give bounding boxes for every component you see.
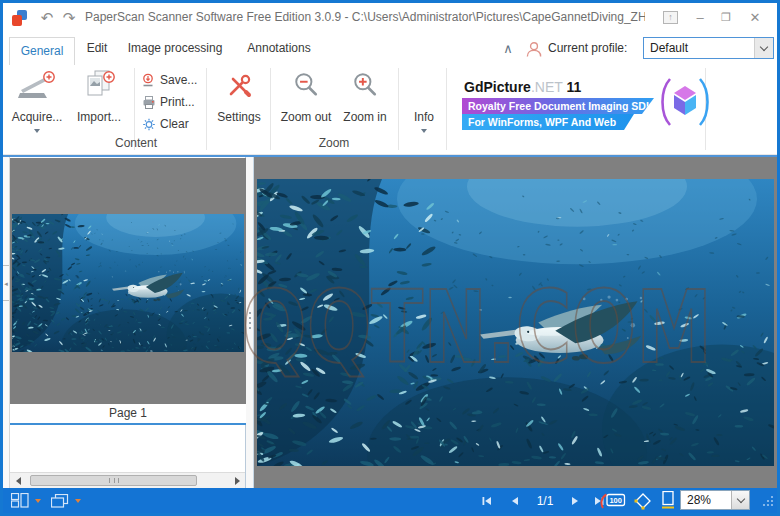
thumbnail-page-label: Page 1	[10, 404, 246, 423]
print-button[interactable]: Print...	[140, 92, 202, 113]
paperscan-window: ↶ ↷ PaperScan Scanner Software Free Edit…	[0, 0, 780, 516]
banner-version: 11	[566, 79, 581, 95]
zoom-100-badge: 100	[609, 496, 622, 505]
tab-general[interactable]: General	[9, 37, 75, 65]
scroll-left-icon[interactable]	[10, 473, 26, 488]
profile-person-icon	[526, 41, 542, 61]
profile-select-value: Default	[650, 38, 688, 58]
collapse-ribbon-icon[interactable]: ∧	[498, 32, 518, 65]
tab-edit[interactable]: Edit	[79, 32, 115, 65]
banner-line1: Royalty Free Document Imaging SDK	[462, 98, 654, 114]
ribbon-divider	[446, 68, 447, 150]
status-bar: 1/1 100	[3, 488, 777, 513]
zoom-in-icon	[352, 84, 378, 101]
clear-gear-icon	[142, 117, 156, 136]
thumbnail-image[interactable]	[12, 214, 244, 352]
gdpicture-cubes-logo	[658, 75, 712, 133]
tools-icon	[225, 86, 253, 103]
ribbon-divider	[398, 68, 399, 150]
acquire-label: Acquire...	[8, 110, 66, 124]
resize-grip[interactable]	[761, 488, 775, 513]
group-label-content: Content	[8, 136, 264, 152]
save-icon	[142, 73, 156, 92]
ribbon-tab-row: General Edit Image processing Annotation…	[3, 32, 777, 65]
scrollbar-thumb[interactable]	[30, 475, 197, 486]
group-label-zoom: Zoom	[272, 136, 396, 152]
page-indicator: 1/1	[527, 488, 563, 513]
panel-collapse-strip[interactable]: ◂	[3, 157, 10, 488]
app-logo-icon	[12, 10, 28, 26]
close-button[interactable]: ✕	[743, 3, 767, 32]
first-page-button[interactable]	[477, 488, 497, 513]
next-page-button[interactable]	[565, 488, 585, 513]
float-window-icon[interactable]: ↑	[663, 11, 678, 24]
panel-collapse-handle[interactable]: ◂	[3, 265, 9, 301]
viewer-image[interactable]	[257, 179, 774, 466]
gdpicture-banner[interactable]: GdPicture.NET 11 Royalty Free Document I…	[458, 65, 758, 153]
view-layout-caret[interactable]	[33, 488, 43, 513]
current-profile-label: Current profile:	[548, 32, 627, 65]
zoom-in-button[interactable]: Zoom in	[338, 68, 392, 142]
clear-button[interactable]: Clear	[140, 114, 202, 135]
banner-title: GdPicture.NET 11	[464, 79, 581, 95]
fit-width-button[interactable]	[657, 488, 679, 513]
zoom-level-select[interactable]: 28%	[680, 490, 750, 510]
banner-brand: GdPicture	[464, 79, 531, 95]
settings-label: Settings	[212, 110, 266, 124]
acquire-dropdown-caret[interactable]	[34, 129, 40, 133]
profile-select-arrow[interactable]	[754, 38, 773, 58]
print-label: Print...	[160, 92, 195, 113]
title-bar[interactable]: ↶ ↷ PaperScan Scanner Software Free Edit…	[3, 3, 777, 32]
view-mode-caret[interactable]	[73, 488, 83, 513]
minimize-button[interactable]: –	[689, 3, 711, 32]
zoom-100-button[interactable]: 100	[597, 488, 629, 513]
save-button[interactable]: Save...	[140, 70, 202, 91]
settings-button[interactable]: Settings	[212, 68, 266, 142]
import-document-icon	[83, 87, 115, 104]
view-layout-button[interactable]	[9, 488, 31, 513]
printer-icon	[142, 95, 156, 114]
info-button[interactable]: Info	[404, 68, 444, 142]
thumbnail-selection-line	[10, 423, 246, 425]
import-label: Import...	[70, 110, 128, 124]
redo-button[interactable]: ↷	[59, 3, 79, 32]
clear-label: Clear	[160, 114, 189, 135]
ribbon-divider	[270, 68, 271, 150]
splitter-grip	[249, 312, 251, 332]
zoom-out-label: Zoom out	[276, 110, 336, 124]
info-label: Info	[404, 110, 444, 124]
zoom-level-value: 28%	[687, 491, 711, 509]
undo-button[interactable]: ↶	[37, 3, 57, 32]
zoom-out-icon	[293, 84, 319, 101]
info-dropdown-caret[interactable]	[421, 129, 427, 133]
thumbnail-hscrollbar[interactable]	[10, 472, 245, 488]
panel-splitter[interactable]	[246, 157, 254, 488]
save-label: Save...	[160, 70, 197, 91]
import-button[interactable]: Import...	[70, 68, 128, 142]
banner-brand-suffix: .NET	[531, 79, 563, 95]
tab-image-processing[interactable]: Image processing	[125, 32, 225, 65]
zoom-out-button[interactable]: Zoom out	[276, 68, 336, 142]
banner-line2: For WinForms, WPF And Web	[462, 114, 634, 130]
previous-page-button[interactable]	[505, 488, 525, 513]
window-title: PaperScan Scanner Software Free Edition …	[85, 3, 645, 32]
zoom-in-label: Zoom in	[338, 110, 392, 124]
scanner-icon	[18, 88, 56, 105]
zoom-level-arrow[interactable]	[731, 491, 749, 509]
view-mode-button[interactable]	[49, 488, 71, 513]
maximize-button[interactable]: ❐	[715, 3, 737, 32]
fit-page-button[interactable]	[631, 488, 655, 513]
tab-annotations[interactable]: Annotations	[241, 32, 317, 65]
profile-select[interactable]: Default	[643, 37, 774, 59]
scroll-right-icon[interactable]	[229, 473, 245, 488]
acquire-button[interactable]: Acquire...	[8, 68, 66, 142]
